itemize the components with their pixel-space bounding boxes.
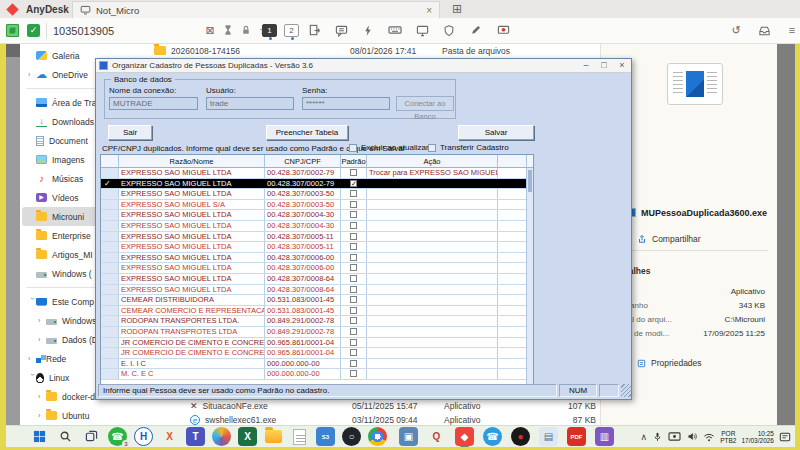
grid-cell-acao[interactable] (367, 348, 498, 358)
grid-cell-acao[interactable] (367, 263, 498, 273)
file-row[interactable]: ✕SituacaoNFe.exe05/11/2025 15:47Aplicati… (190, 399, 670, 412)
grid-row[interactable]: EXPRESSO SAO MIGUEL LTDA00.428.307/0008-… (101, 285, 533, 296)
session-tab[interactable]: Not_Micro × (72, 1, 440, 18)
file-transfer-icon[interactable] (306, 22, 322, 38)
grid-header-raz-o-nome[interactable]: Razão/Nome (119, 155, 265, 167)
padrao-checkbox[interactable] (350, 254, 357, 261)
grid-row-gutter[interactable] (101, 210, 119, 220)
padrao-checkbox[interactable] (350, 370, 357, 377)
transferir-checkbox[interactable]: Transferir Cadastro (428, 143, 509, 152)
grid-row-gutter[interactable] (101, 285, 119, 295)
grid-header-gutter[interactable] (498, 155, 527, 167)
grid-cell-acao[interactable] (367, 200, 498, 210)
grid-row-gutter[interactable] (101, 200, 119, 210)
resize-grip[interactable] (621, 384, 631, 397)
padrao-checkbox[interactable] (350, 201, 357, 208)
cam-icon[interactable]: ● (511, 427, 530, 446)
grid-cell-padrao[interactable] (341, 348, 367, 358)
grid-header-padr-o[interactable]: Padrão (341, 155, 367, 167)
grid-cell-acao[interactable] (367, 189, 498, 199)
grid-row-gutter[interactable] (101, 189, 119, 199)
grid-cell-cnpj[interactable]: 00.428.307/0004-30 (265, 221, 341, 231)
network-icon[interactable] (703, 432, 715, 442)
grid-cell-acao[interactable] (367, 221, 498, 231)
inbox-icon[interactable] (756, 22, 772, 38)
phone-icon[interactable]: ☎ (483, 427, 502, 446)
padrao-checkbox[interactable] (350, 328, 357, 335)
grid-row[interactable]: CEMEAR DISTRIBUIDORA00.531.083/0001-45 (101, 295, 533, 306)
grid-row[interactable]: EXPRESSO SAO MIGUEL LTDA00.428.307/0005-… (101, 232, 533, 243)
grid-cell-acao[interactable] (367, 306, 498, 316)
grid-cell-acao[interactable]: Trocar para EXPRESSO SAO MIGUEL LTDA (367, 168, 498, 178)
hidden-icons-chevron[interactable]: ∧ (641, 432, 648, 442)
grid-cell-name[interactable]: JR COMERCIO DE CIMENTO E CONCRETO LTDA (119, 348, 265, 358)
history-icon[interactable]: ↺ (728, 22, 744, 38)
lock-icon[interactable] (238, 22, 254, 38)
grid-row-gutter[interactable] (101, 232, 119, 242)
notifications-icon[interactable] (779, 431, 791, 443)
grid-row-gutter[interactable] (101, 263, 119, 273)
grid-row[interactable]: EXPRESSO SAO MIGUEL LTDA00.428.307/0002-… (101, 168, 533, 179)
grid-row[interactable]: EXPRESSO SAO MIGUEL LTDA00.428.307/0003-… (101, 189, 533, 200)
grid-cell-padrao[interactable] (341, 316, 367, 326)
grid-cell-padrao[interactable] (341, 295, 367, 305)
selected-row-check-icon[interactable]: ✓ (101, 179, 119, 189)
file-explorer-icon[interactable] (264, 427, 283, 446)
grid-cell-padrao[interactable] (341, 274, 367, 284)
grid-row[interactable]: EXPRESSO SAO MIGUEL LTDA00.428.307/0004-… (101, 210, 533, 221)
grid-row-gutter[interactable] (101, 168, 119, 178)
grid-row-gutter[interactable] (101, 338, 119, 348)
grid-cell-padrao[interactable] (341, 242, 367, 252)
grid-cell-name[interactable]: EXPRESSO SAO MIGUEL LTDA (119, 274, 265, 284)
grid-cell-acao[interactable] (367, 253, 498, 263)
new-session-icon[interactable]: ⊞ (452, 2, 462, 16)
remote-pc-icon[interactable]: ▣ (399, 427, 418, 446)
grid-cell-padrao[interactable] (341, 210, 367, 220)
grid-row[interactable]: JR COMERCIO DE CIMENTO E CONCRETO LTDA00… (101, 338, 533, 349)
notepad-icon[interactable] (290, 427, 309, 446)
grid-row[interactable]: EXPRESSO SAO MIGUEL LTDA00.428.307/0004-… (101, 221, 533, 232)
password-field[interactable]: ****** (302, 97, 390, 110)
monitor-off-icon[interactable]: ⊠ (202, 22, 218, 38)
grid-cell-name[interactable]: EXPRESSO SAO MIGUEL LTDA (119, 253, 265, 263)
grid-cell-cnpj[interactable]: 00.965.861/0001-04 (265, 348, 341, 358)
grid-cell-padrao[interactable]: ✓ (341, 179, 367, 189)
grid-row-gutter[interactable] (101, 306, 119, 316)
grid-row[interactable]: ✓EXPRESSO SAO MIGUEL LTDA00.428.307/0002… (101, 179, 533, 190)
chat-icon[interactable] (333, 22, 349, 38)
grid-cell-acao[interactable] (367, 316, 498, 326)
grid-cell-cnpj[interactable]: 00.428.307/0003-50 (265, 200, 341, 210)
grid-cell-padrao[interactable] (341, 285, 367, 295)
clock[interactable]: 10:2517/03/2026 (741, 430, 774, 444)
grid-cell-acao[interactable] (367, 210, 498, 220)
grid-row-gutter[interactable] (101, 221, 119, 231)
whatsapp-icon[interactable]: ☎3 (108, 427, 127, 446)
sidebar-item-ubuntu[interactable]: ›Ubuntu (22, 406, 110, 425)
grid-row[interactable]: EXPRESSO SAO MIGUEL S/A00.428.307/0003-5… (101, 200, 533, 211)
grid-cell-padrao[interactable] (341, 327, 367, 337)
padrao-checkbox[interactable] (350, 307, 357, 314)
grid-header-gutter[interactable] (101, 155, 119, 167)
grid-row[interactable]: EXPRESSO SAO MIGUEL LTDA00.428.307/0005-… (101, 242, 533, 253)
grid-cell-cnpj[interactable]: 00.428.307/0005-11 (265, 232, 341, 242)
grid-row[interactable]: CEMEAR COMERCIO E REPRESENTACAO LTDA00.5… (101, 306, 533, 317)
grid-cell-name[interactable]: EXPRESSO SAO MIGUEL LTDA (119, 285, 265, 295)
grid-cell-name[interactable]: EXPRESSO SAO MIGUEL LTDA (119, 263, 265, 273)
padrao-checkbox[interactable] (350, 296, 357, 303)
grid-cell-acao[interactable] (367, 295, 498, 305)
language-indicator[interactable]: PORPTB2 (720, 430, 736, 444)
dialog-minimize-button[interactable]: – (577, 59, 595, 72)
grid-header-a-o[interactable]: Ação (367, 155, 498, 167)
cast-icon[interactable] (668, 431, 681, 442)
grid-cell-cnpj[interactable]: 00.849.291/0002-78 (265, 316, 341, 326)
preencher-tabela-button[interactable]: Preencher Tabela (266, 125, 348, 140)
grid-row-gutter[interactable] (101, 295, 119, 305)
grid-row-gutter[interactable] (101, 242, 119, 252)
grid-row[interactable]: RODOPAN TRANSPROTES LTDA00.849.291/0002-… (101, 327, 533, 338)
dialog-titlebar[interactable]: Organizar Cadastro de Pessoas Duplicadas… (96, 59, 631, 73)
grid-cell-name[interactable]: M. C. E C (119, 369, 265, 379)
padrao-checkbox[interactable] (350, 286, 357, 293)
grid-cell-cnpj[interactable]: 00.849.291/0002-78 (265, 327, 341, 337)
padrao-checkbox[interactable] (350, 169, 357, 176)
properties-button[interactable]: Propriedades (637, 358, 702, 368)
